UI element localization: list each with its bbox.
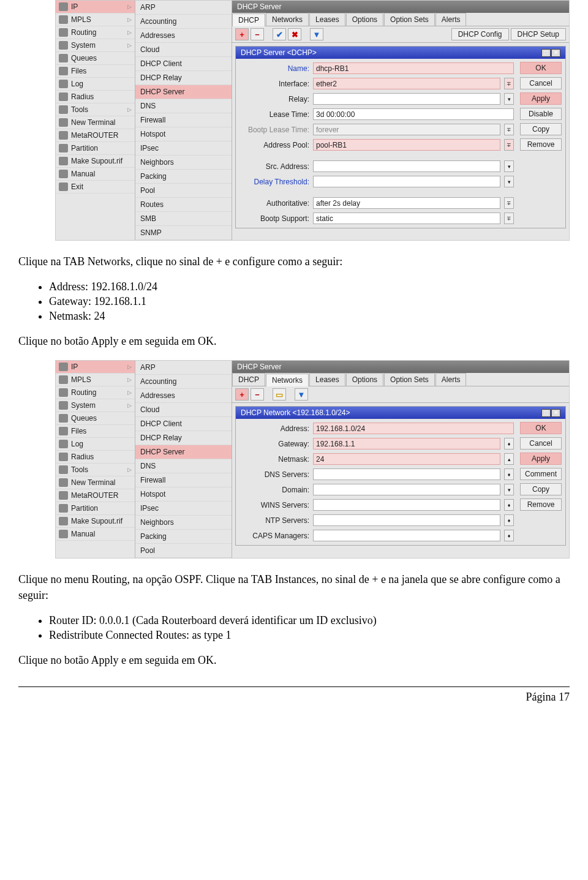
remove-button[interactable]: Remove xyxy=(520,498,562,511)
tab[interactable]: DHCP xyxy=(232,373,265,386)
submenu-item[interactable]: DHCP Server xyxy=(135,445,232,459)
remove-button[interactable]: − xyxy=(251,28,264,40)
dropdown-icon[interactable]: ▾ xyxy=(504,484,514,495)
sidebar-item[interactable]: Files xyxy=(56,425,135,438)
apply-button[interactable]: Apply xyxy=(520,92,562,105)
srcaddr-input[interactable] xyxy=(313,160,500,172)
ok-button[interactable]: OK xyxy=(520,422,562,434)
domain-input[interactable] xyxy=(313,484,500,495)
filter-button[interactable]: ▼ xyxy=(310,28,323,40)
sidebar-item[interactable]: Manual xyxy=(56,168,135,181)
interface-input[interactable]: ether2 xyxy=(313,78,500,89)
sidebar-item[interactable]: Log xyxy=(56,438,135,451)
dropdown-icon[interactable]: ∓ xyxy=(504,78,514,89)
dropdown-icon[interactable]: ∓ xyxy=(504,197,514,209)
stepper-icon[interactable]: ♦ xyxy=(504,438,514,449)
cancel-button[interactable]: Cancel xyxy=(520,437,562,449)
sidebar-item[interactable]: Make Supout.rif xyxy=(56,155,135,168)
submenu-item[interactable]: Cloud xyxy=(135,403,232,417)
remove-button[interactable]: − xyxy=(251,388,264,401)
submenu-item[interactable]: Packing xyxy=(135,170,232,184)
submenu-item[interactable]: SNMP xyxy=(135,226,232,240)
sidebar-item[interactable]: Radius xyxy=(56,451,135,464)
sidebar-item[interactable]: System▷ xyxy=(56,399,135,412)
sidebar-item[interactable]: MetaROUTER xyxy=(56,489,135,502)
apply-button[interactable]: Apply xyxy=(520,453,562,465)
sidebar-item[interactable]: Queues xyxy=(56,52,135,65)
stepper-icon[interactable]: ♦ xyxy=(504,499,514,511)
sidebar-item[interactable]: MPLS▷ xyxy=(56,374,135,386)
tab[interactable]: Leases xyxy=(309,13,345,26)
sidebar-item[interactable]: Routing▷ xyxy=(56,386,135,399)
tab[interactable]: Networks xyxy=(266,374,309,386)
minimize-icon[interactable]: □ xyxy=(541,409,551,417)
filter-button[interactable]: ▼ xyxy=(295,388,308,401)
delay-input[interactable] xyxy=(313,176,500,187)
tab[interactable]: Option Sets xyxy=(384,13,435,26)
dropdown-icon[interactable]: ∓ xyxy=(504,212,514,224)
submenu-item[interactable]: IPsec xyxy=(135,141,232,156)
stepper-icon[interactable]: ♦ xyxy=(504,530,514,541)
netmask-input[interactable]: 24 xyxy=(313,453,500,465)
sidebar-item[interactable]: Routing▷ xyxy=(56,26,135,39)
submenu-item[interactable]: SMB xyxy=(135,212,232,226)
auth-input[interactable]: after 2s delay xyxy=(313,197,500,209)
sidebar-item[interactable]: IP▷ xyxy=(56,1,135,13)
submenu-item[interactable]: Addresses xyxy=(135,389,232,403)
submenu-item[interactable]: DHCP Client xyxy=(135,417,232,431)
submenu-item[interactable]: IPsec xyxy=(135,502,232,516)
tab[interactable]: Options xyxy=(346,13,383,26)
enable-button[interactable]: ✔ xyxy=(273,28,286,40)
stepper-icon[interactable]: ♦ xyxy=(504,468,514,480)
submenu-item[interactable]: DNS xyxy=(135,459,232,473)
sidebar-item[interactable]: New Terminal xyxy=(56,116,135,129)
pool-input[interactable]: pool-RB1 xyxy=(313,139,500,151)
cancel-button[interactable]: Cancel xyxy=(520,77,562,89)
submenu-item[interactable]: ARP xyxy=(135,1,232,15)
copy-button[interactable]: Copy xyxy=(520,123,562,135)
sidebar-item[interactable]: Partition xyxy=(56,142,135,155)
submenu-item[interactable]: ARP xyxy=(135,361,232,375)
submenu-item[interactable]: DHCP Relay xyxy=(135,431,232,445)
add-button[interactable]: + xyxy=(235,388,249,401)
submenu-item[interactable]: Routes xyxy=(135,198,232,212)
copy-button[interactable]: Copy xyxy=(520,483,562,495)
sidebar-item[interactable]: Queues xyxy=(56,412,135,425)
sidebar-item[interactable]: Manual xyxy=(56,528,135,541)
disable-button[interactable]: ✖ xyxy=(288,28,301,40)
submenu-item[interactable]: DHCP Client xyxy=(135,57,232,71)
submenu-item[interactable]: DHCP Relay xyxy=(135,71,232,85)
submenu-item[interactable]: Addresses xyxy=(135,29,232,43)
comment-button[interactable]: Comment xyxy=(520,468,562,480)
submenu-item[interactable]: Neighbors xyxy=(135,156,232,170)
dropdown-icon[interactable]: ▾ xyxy=(504,93,514,105)
submenu-item[interactable]: Accounting xyxy=(135,375,232,389)
ok-button[interactable]: OK xyxy=(520,62,562,74)
tab[interactable]: Option Sets xyxy=(384,373,435,386)
dhcp-setup-button[interactable]: DHCP Setup xyxy=(511,28,566,40)
close-icon[interactable]: ✕ xyxy=(551,49,560,57)
tab[interactable]: Alerts xyxy=(435,373,467,386)
sidebar-item[interactable]: Log xyxy=(56,78,135,91)
submenu-item[interactable]: Firewall xyxy=(135,113,232,127)
tab[interactable]: Options xyxy=(346,373,383,386)
sidebar-item[interactable]: System▷ xyxy=(56,39,135,52)
wins-input[interactable] xyxy=(313,499,500,511)
tab[interactable]: DHCP xyxy=(232,13,265,26)
sidebar-item[interactable]: IP▷ xyxy=(56,361,135,374)
submenu-item[interactable]: Pool xyxy=(135,184,232,198)
tab[interactable]: Leases xyxy=(309,373,345,386)
stepper-icon[interactable]: ♦ xyxy=(504,514,514,526)
submenu-item[interactable]: Neighbors xyxy=(135,516,232,530)
disable-button[interactable]: Disable xyxy=(520,108,562,120)
submenu-item[interactable]: DNS xyxy=(135,99,232,113)
gateway-input[interactable]: 192.168.1.1 xyxy=(313,438,500,449)
stepper-icon[interactable]: ▴ xyxy=(504,453,514,465)
sidebar-item[interactable]: Exit xyxy=(56,181,135,194)
minimize-icon[interactable]: □ xyxy=(541,49,551,57)
submenu-item[interactable]: Accounting xyxy=(135,15,232,29)
submenu-item[interactable]: Hotspot xyxy=(135,487,232,502)
submenu-item[interactable]: Hotspot xyxy=(135,127,232,141)
add-button[interactable]: + xyxy=(235,28,249,40)
close-icon[interactable]: ✕ xyxy=(551,409,560,417)
